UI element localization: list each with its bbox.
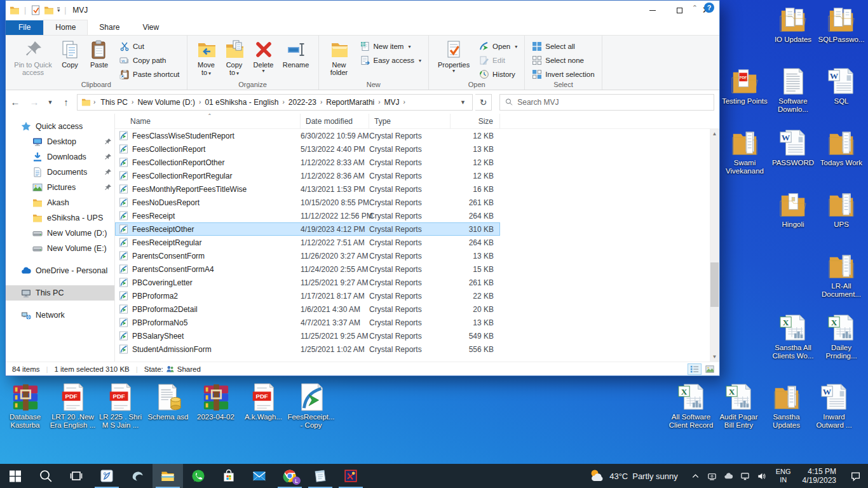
taskbar-app-button[interactable] <box>92 464 122 488</box>
clock[interactable]: 4:15 PM 4/19/2023 <box>796 467 843 485</box>
taskbar-app-button[interactable] <box>0 464 31 488</box>
address-dropdown-icon[interactable]: ▼ <box>455 99 471 105</box>
desktop-icon[interactable]: Inward Outward ... <box>810 380 858 430</box>
rename-button[interactable]: Rename <box>280 37 313 71</box>
taskbar-app-button[interactable] <box>183 464 214 488</box>
breadcrumb-item[interactable]: New Volume (D:) <box>135 96 198 109</box>
desktop-icon[interactable]: SQLPasswo... <box>817 3 865 64</box>
action-center-button[interactable] <box>843 464 868 488</box>
desktop-icon[interactable]: Dailey Prnding... <box>817 311 865 372</box>
desktop-icon[interactable]: Testing Points <box>721 64 769 126</box>
pin-to-quick-access-button[interactable]: Pin to Quick access <box>11 37 55 78</box>
desktop-icon[interactable]: Software Downlo... <box>769 64 817 126</box>
select-all-button[interactable]: Select all <box>530 40 596 53</box>
desktop-icon[interactable]: LR-All Document... <box>817 249 865 311</box>
scroll-down-icon[interactable]: ▼ <box>712 352 717 362</box>
history-button[interactable]: History <box>477 68 519 81</box>
sidebar-item[interactable]: Downloads <box>6 149 114 165</box>
sidebar-item[interactable]: Quick access <box>6 119 114 134</box>
desktop-icon[interactable]: IO Updates <box>769 3 817 64</box>
desktop-icon[interactable]: Audit Pagar Bill Entry <box>715 380 763 430</box>
sidebar-item[interactable]: Desktop <box>6 134 114 149</box>
desktop-icon[interactable]: 2023-04-02 <box>192 380 240 430</box>
breadcrumb-item[interactable]: 2022-23 <box>286 96 319 109</box>
invert-selection-button[interactable]: Invert selection <box>530 68 596 81</box>
show-hidden-icons-button[interactable] <box>689 470 702 482</box>
paste-shortcut-button[interactable]: Paste shortcut <box>118 68 182 81</box>
taskbar-app-button[interactable]: L <box>275 464 305 488</box>
desktop-icon[interactable]: Sanstha Updates <box>763 380 810 430</box>
up-button[interactable]: ↑ <box>58 95 74 110</box>
minimize-button[interactable] <box>639 1 666 20</box>
desktop-icon[interactable]: PASSWORD <box>769 126 817 187</box>
file-row[interactable]: FeesReceipt 11/12/2022 12:56 PM Crystal … <box>115 209 500 222</box>
file-row[interactable]: FeesCollectionReportRegular 1/12/2022 8:… <box>115 169 500 182</box>
sidebar-item[interactable]: eShiksha - UPS <box>6 210 114 226</box>
file-row[interactable]: ParentsConsentFormA4 11/24/2020 2:55 AM … <box>115 262 500 276</box>
language-indicator[interactable]: ENG IN <box>771 468 796 484</box>
meet-now-button[interactable] <box>706 470 719 482</box>
ribbon-tab[interactable]: Home <box>43 20 88 35</box>
paste-button[interactable]: Paste <box>85 37 113 71</box>
file-row[interactable]: FeesClassWiseStudentReport 6/30/2022 10:… <box>115 129 500 142</box>
back-button[interactable]: ← <box>7 95 24 110</box>
column-header-size[interactable]: Size <box>451 114 500 128</box>
delete-button[interactable]: Delete ▾ <box>249 37 278 76</box>
desktop-icon[interactable]: LR 225 . Shri M S Jain ... <box>97 380 144 430</box>
file-row[interactable]: FeesReceiptRegular 1/12/2022 7:51 AM Cry… <box>115 236 500 249</box>
file-row[interactable]: FeesNoDuesReport 10/15/2020 8:55 PM Crys… <box>115 196 500 209</box>
desktop-icon[interactable]: Sanstha All Clients Wo... <box>769 311 817 372</box>
search-input[interactable] <box>517 98 709 107</box>
ribbon-tab[interactable]: Share <box>88 20 131 35</box>
column-header-name[interactable]: ⌃Name <box>115 114 301 128</box>
help-icon[interactable]: ? <box>704 3 714 13</box>
properties-icon[interactable] <box>31 5 41 15</box>
file-row[interactable]: FeesMonthlyReportFeesTitleWise 4/13/2021… <box>115 182 500 196</box>
taskbar-app-button[interactable] <box>244 464 275 488</box>
breadcrumb-item[interactable]: This PC <box>98 96 130 109</box>
edit-button[interactable]: Edit <box>477 54 519 67</box>
sidebar-item[interactable]: New Volume (D:) <box>6 226 114 241</box>
file-row[interactable]: FeesReceiptOther 4/19/2023 4:12 PM Cryst… <box>115 222 500 236</box>
desktop-icon[interactable]: Schema asd <box>144 380 192 430</box>
open-button[interactable]: Open▾ <box>477 40 519 53</box>
taskbar-app-button[interactable] <box>31 464 61 488</box>
file-row[interactable]: StudentAdmissionForm 1/25/2021 1:02 AM C… <box>115 342 500 356</box>
sidebar-item[interactable]: Pictures <box>6 180 114 195</box>
breadcrumb-item[interactable]: ReportMarathi <box>323 96 377 109</box>
thumbnail-view-button[interactable] <box>703 363 717 375</box>
new-folder-button[interactable]: New folder <box>325 37 354 78</box>
ribbon-tab[interactable]: View <box>131 20 170 35</box>
taskbar-app-button[interactable] <box>305 464 336 488</box>
maximize-button[interactable] <box>666 1 693 20</box>
desktop-icon[interactable]: FeesReceipt... - Copy <box>287 380 335 430</box>
taskbar-app-button[interactable] <box>61 464 92 488</box>
properties-button[interactable]: Properties ▾ <box>435 37 473 76</box>
volume-tray-button[interactable] <box>756 470 768 482</box>
copy-to-button[interactable]: Copy to▾ <box>221 37 248 79</box>
search-box[interactable] <box>499 94 714 111</box>
taskbar-app-button[interactable] <box>122 464 153 488</box>
sidebar-item[interactable]: New Volume (E:) <box>6 241 114 256</box>
scrollbar-thumb[interactable] <box>710 262 719 307</box>
file-row[interactable]: PBProformaNo5 4/7/2021 3:37 AM Crystal R… <box>115 316 500 329</box>
breadcrumb-item[interactable]: MVJ <box>382 96 402 109</box>
desktop-icon[interactable]: Swami Vivekanand <box>721 126 769 187</box>
network-tray-button[interactable] <box>739 470 752 482</box>
desktop-icon[interactable]: Database Kasturba <box>1 380 49 430</box>
column-header-type[interactable]: Type <box>369 114 451 128</box>
easy-access-button[interactable]: Easy access▾ <box>358 54 424 67</box>
recent-locations-icon[interactable]: ▼ <box>45 95 55 110</box>
sidebar-item[interactable]: Documents <box>6 165 114 180</box>
ribbon-tab[interactable]: File <box>6 20 43 35</box>
taskbar-app-button[interactable] <box>336 464 366 488</box>
title-bar[interactable]: | ▾ | MVJ ✕ <box>6 1 719 20</box>
new-item-button[interactable]: New item▾ <box>358 40 424 53</box>
file-row[interactable]: FeesCollectionReportOther 1/12/2022 8:33… <box>115 156 500 169</box>
taskbar-app-button[interactable] <box>214 464 244 488</box>
file-row[interactable]: PBProforma2Detail 1/6/2021 4:30 AM Cryst… <box>115 302 500 316</box>
refresh-button[interactable]: ↻ <box>475 94 492 111</box>
breadcrumb-item[interactable]: 01 eShiksha - English <box>202 96 281 109</box>
desktop-icon[interactable]: SQL <box>817 64 865 126</box>
desktop-icon[interactable]: LRT 20 .New Era English ... <box>49 380 97 430</box>
